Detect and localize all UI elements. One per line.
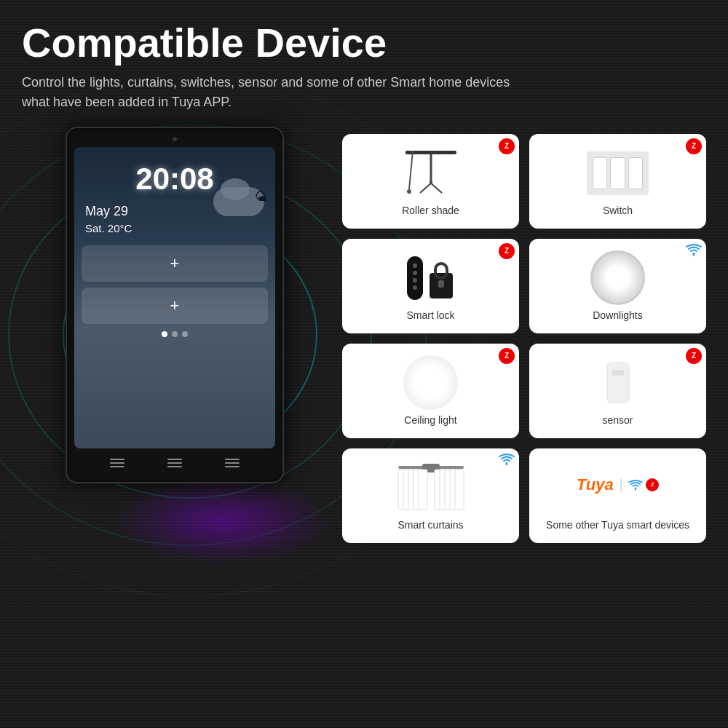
device-screen: 🌤 20:08 May 29 Sat. 20°C + + — [74, 147, 275, 448]
ceiling-light-icon-area — [403, 355, 458, 410]
svg-rect-18 — [398, 470, 427, 510]
wifi-icon-downlights — [686, 243, 702, 256]
zigbee-badge-switch: Z — [686, 138, 702, 154]
wifi-icon-curtains — [499, 453, 515, 466]
tuya-zigbee-icon: Z — [646, 478, 659, 491]
zigbee-badge-lock: Z — [499, 243, 515, 259]
page-subtitle: Control the lights, curtains, switches, … — [22, 73, 531, 112]
zigbee-badge-sensor: Z — [686, 348, 702, 364]
svg-line-4 — [409, 151, 413, 189]
switch-icon-area — [587, 146, 649, 200]
svg-rect-14 — [607, 363, 629, 403]
svg-rect-23 — [435, 470, 464, 510]
switch-label: Switch — [603, 205, 633, 216]
device-card-smart-curtains[interactable]: Smart curtains — [342, 448, 519, 543]
wifi-badge-curtains — [499, 453, 515, 470]
tuya-logo-text: Tuya — [577, 475, 614, 494]
tuya-wifi-icon — [628, 479, 643, 491]
device-card-tuya[interactable]: Tuya | Z Some other Tu — [529, 448, 706, 543]
device-card-ceiling-light[interactable]: Z Ceiling light — [342, 344, 519, 438]
smart-lock-label: Smart lock — [406, 309, 454, 321]
screen-widgets: + + — [82, 245, 268, 324]
switch-icon — [587, 151, 649, 195]
svg-point-10 — [413, 285, 417, 290]
tuya-icons: Z — [628, 478, 659, 491]
day-temp-text: Sat. 20°C — [85, 222, 264, 234]
roller-shade-label: Roller shade — [402, 205, 459, 216]
tuya-logo-area: Tuya | Z — [577, 475, 660, 494]
svg-point-5 — [407, 189, 411, 194]
tuya-divider: | — [620, 477, 623, 492]
roller-shade-svg — [402, 149, 460, 197]
sensor-icon-area — [604, 355, 633, 410]
page-title: Compatible Device — [22, 20, 706, 66]
tuya-icon-area: Tuya | Z — [577, 459, 660, 514]
header: Compatible Device Control the lights, cu… — [0, 0, 728, 119]
weather-visual: 🌤 — [213, 187, 264, 216]
device-card-switch[interactable]: Z Switch — [529, 134, 706, 229]
device-card-downlights[interactable]: Downlights — [529, 239, 706, 333]
smart-lock-svg — [403, 253, 458, 304]
svg-point-7 — [413, 264, 417, 268]
device-camera — [173, 137, 177, 141]
lock-icon-area — [403, 250, 458, 305]
sensor-svg — [604, 359, 633, 406]
purple-glow — [114, 478, 332, 565]
svg-rect-15 — [612, 370, 624, 376]
device-card-roller-shade[interactable]: Z Roller shade — [342, 134, 519, 229]
device-card-sensor[interactable]: Z sensor — [529, 344, 706, 438]
dot-1 — [162, 331, 167, 337]
switch-btn-3 — [628, 157, 643, 189]
dot-2 — [172, 331, 178, 337]
roller-shade-icon-area — [402, 146, 460, 200]
sensor-label: sensor — [602, 414, 633, 426]
curtain-icon-area — [395, 460, 467, 515]
device-btn-1[interactable] — [110, 459, 124, 467]
zigbee-badge-ceiling: Z — [499, 348, 515, 364]
curtain-svg — [395, 462, 467, 513]
device-card-smart-lock[interactable]: Z Smart lock — [342, 239, 519, 333]
zigbee-badge-roller-shade: Z — [499, 138, 515, 154]
content-area: 🌤 20:08 May 29 Sat. 20°C + + — [0, 119, 728, 550]
devices-grid: Z Roller shade Z — [342, 127, 706, 543]
svg-line-3 — [420, 182, 432, 193]
device-btn-3[interactable] — [225, 459, 240, 467]
device-section: 🌤 20:08 May 29 Sat. 20°C + + — [22, 127, 328, 543]
svg-rect-13 — [438, 280, 444, 288]
screen-dots — [74, 331, 275, 337]
page-container: Compatible Device Control the lights, cu… — [0, 0, 728, 728]
widget-btn-1[interactable]: + — [82, 245, 268, 282]
dot-3 — [182, 331, 188, 337]
tuya-label: Some other Tuya smart devices — [546, 518, 689, 531]
svg-point-9 — [413, 278, 417, 282]
ceiling-light-icon — [403, 355, 458, 410]
device-buttons — [74, 448, 275, 467]
switch-btn-1 — [593, 157, 607, 189]
downlight-icon — [590, 250, 645, 305]
svg-point-8 — [413, 271, 417, 275]
widget-btn-2[interactable]: + — [82, 288, 268, 324]
device-btn-2[interactable] — [167, 459, 182, 467]
downlights-label: Downlights — [593, 309, 642, 321]
downlight-icon-area — [590, 250, 645, 305]
switch-btn-2 — [610, 157, 625, 189]
device-frame: 🌤 20:08 May 29 Sat. 20°C + + — [66, 127, 284, 483]
ceiling-light-label: Ceiling light — [404, 414, 456, 426]
curtains-label: Smart curtains — [397, 519, 463, 531]
wifi-badge-downlights — [686, 243, 702, 260]
